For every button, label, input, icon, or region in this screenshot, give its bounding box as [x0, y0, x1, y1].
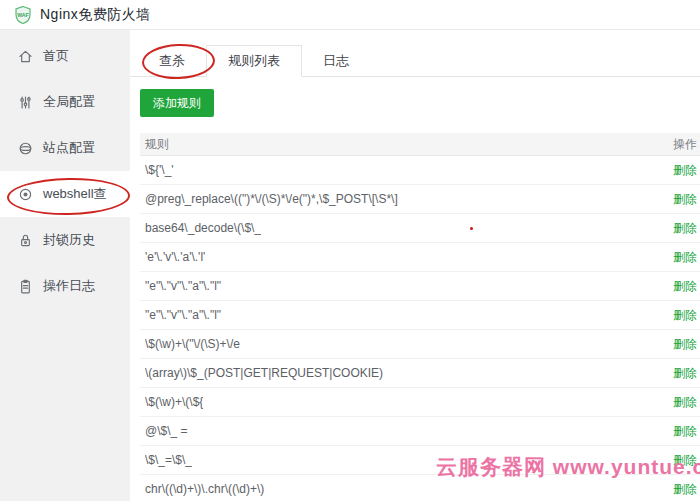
rule-cell: \$(\w)+\(\${	[145, 395, 203, 409]
target-icon	[17, 186, 34, 203]
delete-link[interactable]: 删除	[673, 191, 697, 208]
sidebar-item-label: 首页	[43, 47, 69, 65]
sidebar-item-label: webshell查	[43, 185, 107, 203]
rules-table-body: \${'\_' 删除 @preg\_replace\((")*\/(\S)*\/…	[140, 156, 700, 501]
delete-link[interactable]: 删除	[673, 452, 697, 469]
rule-cell: \$\_=\$\_	[145, 453, 192, 467]
globe-icon	[17, 140, 34, 157]
table-row: 'e'\.'v'\.'a'\.'l' 删除	[140, 243, 700, 272]
rule-cell: @\$\_ =	[145, 424, 188, 438]
sidebar-item-operation-log[interactable]: 操作日志	[0, 263, 130, 309]
app-title: Nginx免费防火墙	[40, 6, 151, 24]
home-icon	[17, 48, 34, 65]
sliders-icon	[17, 94, 34, 111]
sidebar-item-label: 封锁历史	[43, 231, 95, 249]
sidebar-item-global-config[interactable]: 全局配置	[0, 79, 130, 125]
table-row: \$(\w)+\(\${ 删除	[140, 388, 700, 417]
sidebar-item-home[interactable]: 首页	[0, 33, 130, 79]
delete-link[interactable]: 删除	[673, 423, 697, 440]
rule-cell: @preg\_replace\((")*\/(\S)*\/e(")*,\$_PO…	[145, 192, 398, 206]
clipboard-icon	[17, 278, 34, 295]
delete-link[interactable]: 删除	[673, 162, 697, 179]
table-row: "e"\."v"\."a"\."l" 删除	[140, 272, 700, 301]
tab-bar: 查杀 规则列表 日志	[130, 45, 700, 77]
table-row: \$\_=\$\_ 删除	[140, 446, 700, 475]
table-row: chr\((\d)+\)\.chr\((\d)+\) 删除	[140, 475, 700, 501]
table-row: @\$\_ = 删除	[140, 417, 700, 446]
rule-cell: base64\_decode\(\$\_	[145, 221, 261, 235]
table-row: \$(\w)+\("\/(\S)+\/e 删除	[140, 330, 700, 359]
sidebar-item-label: 站点配置	[43, 139, 95, 157]
rule-cell: 'e'\.'v'\.'a'\.'l'	[145, 250, 205, 264]
table-row: @preg\_replace\((")*\/(\S)*\/e(")*,\$_PO…	[140, 185, 700, 214]
delete-link[interactable]: 删除	[673, 336, 697, 353]
rule-cell: \(array\)\$_(POST|GET|REQUEST|COOKIE)	[145, 366, 383, 380]
delete-link[interactable]: 删除	[673, 481, 697, 498]
rule-cell: \$(\w)+\("\/(\S)+\/e	[145, 337, 240, 351]
sidebar-item-label: 操作日志	[43, 277, 95, 295]
add-rule-button[interactable]: 添加规则	[140, 89, 214, 117]
main-content: 查杀 规则列表 日志 添加规则 规则 操作 \${'\_' 删除 @preg\_…	[130, 30, 700, 501]
rule-cell: \${'\_'	[145, 163, 174, 177]
sidebar-item-block-history[interactable]: 封锁历史	[0, 217, 130, 263]
delete-link[interactable]: 删除	[673, 278, 697, 295]
waf-shield-logo-icon: WAF	[13, 5, 33, 25]
table-row: "e"\."v"\."a"\."l" 删除	[140, 301, 700, 330]
lock-icon	[17, 232, 34, 249]
rule-cell: chr\((\d)+\)\.chr\((\d)+\)	[145, 482, 264, 496]
tab-rule-list[interactable]: 规则列表	[206, 45, 302, 77]
sidebar-item-webshell[interactable]: webshell查	[0, 171, 130, 217]
delete-link[interactable]: 删除	[673, 220, 697, 237]
delete-link[interactable]: 删除	[673, 307, 697, 324]
delete-link[interactable]: 删除	[673, 394, 697, 411]
column-header-action: 操作	[673, 136, 697, 153]
rules-table-header: 规则 操作	[140, 133, 700, 156]
delete-link[interactable]: 删除	[673, 365, 697, 382]
rule-cell: "e"\."v"\."a"\."l"	[145, 308, 221, 322]
rules-table: 规则 操作 \${'\_' 删除 @preg\_replace\((")*\/(…	[140, 133, 700, 501]
sidebar-item-label: 全局配置	[43, 93, 95, 111]
tab-scan[interactable]: 查杀	[138, 45, 206, 76]
red-speck	[470, 227, 473, 230]
app-window: WAF Nginx免费防火墙 首页 全局配置	[0, 0, 700, 501]
logo-label: WAF	[17, 12, 29, 18]
topbar: WAF Nginx免费防火墙	[0, 0, 700, 30]
delete-link[interactable]: 删除	[673, 249, 697, 266]
table-row: \${'\_' 删除	[140, 156, 700, 185]
tab-log[interactable]: 日志	[302, 45, 370, 76]
sidebar: 首页 全局配置 站点配置	[0, 30, 130, 501]
table-row: base64\_decode\(\$\_ 删除	[140, 214, 700, 243]
table-row: \(array\)\$_(POST|GET|REQUEST|COOKIE) 删除	[140, 359, 700, 388]
sidebar-item-site-config[interactable]: 站点配置	[0, 125, 130, 171]
rule-cell: "e"\."v"\."a"\."l"	[145, 279, 221, 293]
column-header-rule: 规则	[145, 136, 169, 153]
